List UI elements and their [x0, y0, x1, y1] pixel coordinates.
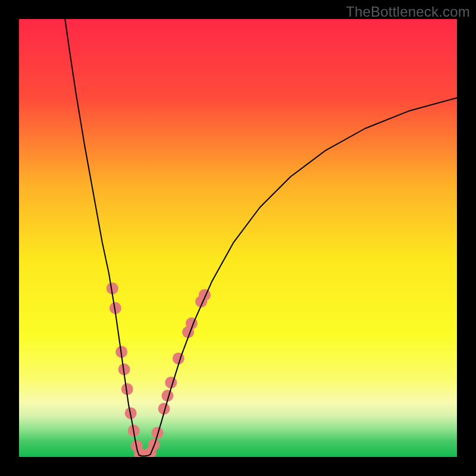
chart-svg: [19, 19, 457, 457]
watermark-text: TheBottleneck.com: [346, 4, 470, 20]
gradient-background: [19, 19, 457, 457]
chart-frame: TheBottleneck.com: [0, 0, 476, 476]
highlight-dot: [173, 352, 184, 364]
highlight-dot: [199, 289, 211, 301]
plot-area: [19, 19, 457, 457]
